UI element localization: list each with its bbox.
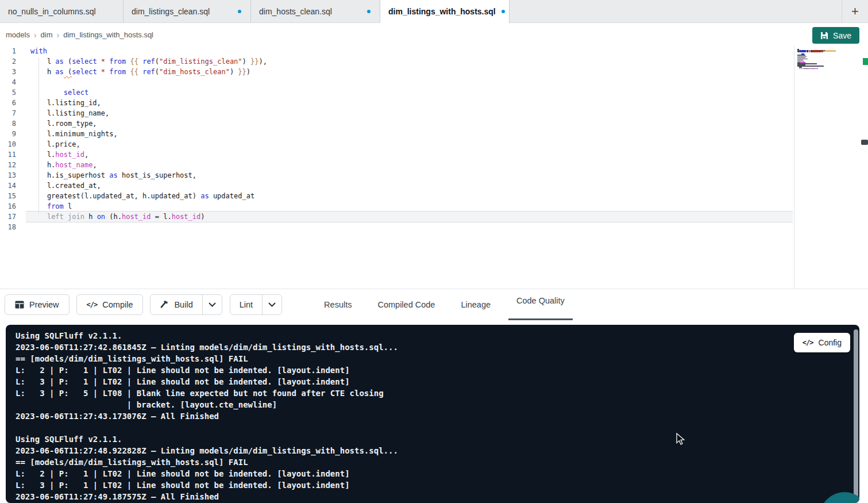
file-tab-label: dim_listings_with_hosts.sql [388,7,496,16]
minimap-line [797,70,836,71]
code-lines: 1with2 l as (select * from {{ ref("dim_l… [0,46,868,232]
dbt-ide-window: no_nulls_in_columns.sqldim_listings_clea… [0,0,868,503]
code-text: select [26,87,868,98]
panel-tab-results[interactable]: Results [316,289,360,320]
code-text: h as (select * from {{ ref("dim_hosts_cl… [26,67,868,77]
code-text: l.listing_name, [26,108,868,118]
chevron-down-icon [209,302,216,307]
file-tab-dim_listings_with_hosts[interactable]: dim_listings_with_hosts.sql [380,0,510,24]
code-text [26,77,868,87]
breadcrumb-bar: models › dim › dim_listings_with_hosts.s… [0,24,868,46]
code-text: l as (select * from {{ ref("dim_listings… [26,56,868,67]
code-line-11[interactable]: 11 l.host_id, [0,149,868,160]
chevron-right-icon: › [57,30,60,40]
code-line-8[interactable]: 8 l.room_type, [0,118,868,129]
code-quality-terminal[interactable]: Using SQLFluff v2.1.1. 2023-06-06T11:27:… [6,325,859,503]
line-number: 15 [0,191,26,201]
panel-tab-lineage[interactable]: Lineage [453,289,499,320]
code-line-7[interactable]: 7 l.listing_name, [0,108,868,118]
compile-button[interactable]: </> Compile [76,294,144,315]
line-number: 13 [0,170,26,181]
line-number: 4 [0,77,26,87]
save-button[interactable]: Save [812,27,859,44]
code-text: with [26,46,868,56]
line-number: 3 [0,67,26,77]
code-line-17[interactable]: 17 left join h on (h.host_id = l.host_id… [0,212,868,222]
code-line-1[interactable]: 1with [0,46,868,56]
code-text: h.host_name, [26,160,868,170]
breadcrumb-models[interactable]: models [6,30,30,39]
line-number: 18 [0,222,26,232]
file-tab-dim_listings_clean[interactable]: dim_listings_clean.sql [124,0,251,23]
code-line-14[interactable]: 14 l.created_at, [0,181,868,191]
file-tab-label: no_nulls_in_columns.sql [8,7,96,16]
code-line-16[interactable]: 16 from l [0,201,868,212]
code-editor[interactable]: 1with2 l as (select * from {{ ref("dim_l… [0,46,868,289]
config-button[interactable]: </> Config [794,333,850,352]
code-line-5[interactable]: 5 select [0,87,868,98]
code-text: left join h on (h.host_id = l.host_id) [26,212,793,222]
code-line-13[interactable]: 13 h.is_superhost as host_is_superhost, [0,170,868,181]
build-button[interactable]: Build [151,295,202,314]
code-icon: </> [87,301,98,309]
lint-button[interactable]: Lint [230,295,262,314]
unsaved-changes-dot-icon[interactable] [501,10,505,13]
code-line-6[interactable]: 6 l.listing_id, [0,98,868,108]
panel-tab-compiled-code[interactable]: Compiled Code [369,289,443,320]
editor-scrollbar-thumb[interactable] [861,140,868,145]
line-number: 11 [0,149,26,160]
hammer-icon [160,300,169,309]
code-line-2[interactable]: 2 l as (select * from {{ ref("dim_listin… [0,56,868,67]
build-dropdown-button[interactable] [202,295,222,314]
line-number: 2 [0,56,26,67]
new-tab-button[interactable]: + [842,0,868,23]
scrollbar-change-marker [863,58,868,65]
action-toolbar: Preview </> Compile Build Lint [0,289,868,320]
line-number: 12 [0,160,26,170]
minimap[interactable] [797,49,836,71]
code-line-9[interactable]: 9 l.minimum_nights, [0,129,868,139]
line-number: 6 [0,98,26,108]
breadcrumb-dim[interactable]: dim [41,30,53,39]
code-text: l.minimum_nights, [26,129,868,139]
build-split-button: Build [150,294,222,315]
unsaved-changes-dot-icon[interactable] [238,10,241,13]
code-icon: </> [803,339,813,347]
terminal-output: Using SQLFluff v2.1.1. 2023-06-06T11:27:… [6,325,859,502]
line-number: 9 [0,129,26,139]
code-text: l.host_id, [26,149,868,160]
code-line-3[interactable]: 3 h as (select * from {{ ref("dim_hosts_… [0,67,868,77]
code-text: l.room_type, [26,118,868,129]
preview-button[interactable]: Preview [5,294,70,315]
code-text [26,222,868,232]
file-tab-no_nulls_in_columns[interactable]: no_nulls_in_columns.sql [0,0,124,23]
line-number: 14 [0,181,26,191]
code-text: l.price, [26,139,868,149]
code-text: h.is_superhost as host_is_superhost, [26,170,868,181]
chevron-down-icon [268,302,276,307]
code-line-10[interactable]: 10 l.price, [0,139,868,149]
file-tab-label: dim_hosts_clean.sql [259,7,332,16]
table-icon [15,301,24,309]
panel-tab-bar: ResultsCompiled CodeLineageCode Quality [316,289,582,320]
file-tab-dim_hosts_clean[interactable]: dim_hosts_clean.sql [251,0,380,23]
mouse-cursor [676,433,687,446]
code-line-15[interactable]: 15 greatest(l.updated_at, h.updated_at) … [0,191,868,201]
file-tab-label: dim_listings_clean.sql [132,7,210,16]
code-text: l.listing_id, [26,98,868,108]
lint-dropdown-button[interactable] [262,295,281,314]
code-line-4[interactable]: 4 [0,77,868,87]
code-line-12[interactable]: 12 h.host_name, [0,160,868,170]
code-text: from l [26,201,868,212]
line-number: 1 [0,46,26,56]
line-number: 17 [0,212,26,222]
code-line-18[interactable]: 18 [0,222,868,232]
minimap-divider [794,46,794,289]
line-number: 5 [0,87,26,98]
file-tab-bar: no_nulls_in_columns.sqldim_listings_clea… [0,0,868,23]
line-number: 8 [0,118,26,129]
line-number: 7 [0,108,26,118]
unsaved-changes-dot-icon[interactable] [367,10,371,13]
terminal-scrollbar-thumb[interactable] [854,329,858,500]
panel-tab-code-quality[interactable]: Code Quality [508,289,573,320]
